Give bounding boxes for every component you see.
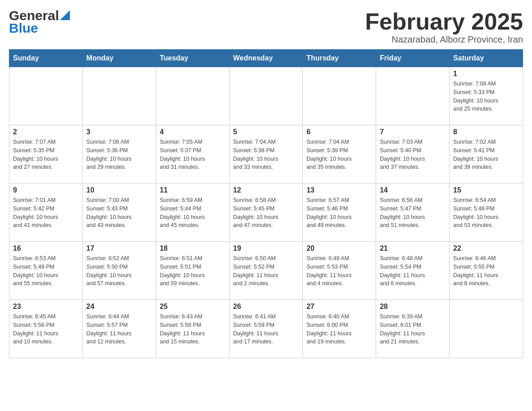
header-monday: Monday <box>82 50 156 67</box>
day-info: Sunrise: 6:41 AMSunset: 5:59 PMDaylight:… <box>233 313 299 346</box>
day-number: 7 <box>380 128 446 136</box>
calendar-cell-week1-day1 <box>9 67 83 125</box>
day-number: 1 <box>453 70 519 78</box>
day-info: Sunrise: 7:06 AMSunset: 5:36 PMDaylight:… <box>86 138 152 171</box>
day-number: 10 <box>86 186 152 194</box>
day-info: Sunrise: 7:02 AMSunset: 5:41 PMDaylight:… <box>453 138 519 171</box>
day-number: 15 <box>453 186 519 194</box>
calendar-cell-week3-day5: 13Sunrise: 6:57 AMSunset: 5:46 PMDayligh… <box>303 184 376 242</box>
day-info: Sunrise: 6:43 AMSunset: 5:58 PMDaylight:… <box>160 313 226 346</box>
calendar-cell-week5-day3: 25Sunrise: 6:43 AMSunset: 5:58 PMDayligh… <box>156 300 229 358</box>
calendar-cell-week1-day3 <box>156 67 229 125</box>
calendar-cell-week2-day4: 5Sunrise: 7:04 AMSunset: 5:38 PMDaylight… <box>229 125 303 184</box>
calendar-cell-week1-day4 <box>229 67 303 125</box>
calendar-cell-week2-day7: 8Sunrise: 7:02 AMSunset: 5:41 PMDaylight… <box>450 125 523 184</box>
day-number: 24 <box>86 303 152 311</box>
day-number: 20 <box>306 244 372 253</box>
logo-triangle-icon <box>60 10 70 20</box>
day-number: 27 <box>306 303 372 311</box>
day-info: Sunrise: 7:03 AMSunset: 5:40 PMDaylight:… <box>380 138 446 171</box>
day-number: 5 <box>233 128 299 136</box>
calendar-cell-week2-day6: 7Sunrise: 7:03 AMSunset: 5:40 PMDaylight… <box>376 125 450 184</box>
calendar-cell-week5-day4: 26Sunrise: 6:41 AMSunset: 5:59 PMDayligh… <box>229 300 303 358</box>
svg-marker-0 <box>60 10 70 20</box>
day-info: Sunrise: 6:46 AMSunset: 5:55 PMDaylight:… <box>453 254 519 288</box>
header-sunday: Sunday <box>9 50 83 67</box>
day-info: Sunrise: 6:57 AMSunset: 5:46 PMDaylight:… <box>306 196 372 230</box>
day-number: 13 <box>306 186 372 194</box>
day-info: Sunrise: 6:40 AMSunset: 6:00 PMDaylight:… <box>306 313 372 346</box>
day-info: Sunrise: 6:51 AMSunset: 5:51 PMDaylight:… <box>160 254 226 288</box>
day-info: Sunrise: 7:04 AMSunset: 5:39 PMDaylight:… <box>306 138 372 171</box>
day-number: 8 <box>453 128 519 136</box>
header-saturday: Saturday <box>450 50 523 67</box>
day-info: Sunrise: 6:54 AMSunset: 5:48 PMDaylight:… <box>453 196 519 230</box>
day-number: 25 <box>160 303 226 311</box>
calendar-header-row: Sunday Monday Tuesday Wednesday Thursday… <box>9 50 523 67</box>
calendar-cell-week3-day3: 11Sunrise: 6:59 AMSunset: 5:44 PMDayligh… <box>156 184 229 242</box>
calendar-cell-week2-day1: 2Sunrise: 7:07 AMSunset: 5:35 PMDaylight… <box>9 125 83 184</box>
calendar-cell-week3-day6: 14Sunrise: 6:56 AMSunset: 5:47 PMDayligh… <box>376 184 450 242</box>
calendar-cell-week4-day4: 19Sunrise: 6:50 AMSunset: 5:52 PMDayligh… <box>229 242 303 300</box>
calendar-cell-week3-day7: 15Sunrise: 6:54 AMSunset: 5:48 PMDayligh… <box>450 184 523 242</box>
day-info: Sunrise: 6:52 AMSunset: 5:50 PMDaylight:… <box>86 254 152 288</box>
day-number: 4 <box>160 128 226 136</box>
week-row-3: 9Sunrise: 7:01 AMSunset: 5:42 PMDaylight… <box>9 184 523 242</box>
day-info: Sunrise: 7:07 AMSunset: 5:35 PMDaylight:… <box>13 138 79 171</box>
calendar-cell-week5-day5: 27Sunrise: 6:40 AMSunset: 6:00 PMDayligh… <box>303 300 376 358</box>
calendar-table: Sunday Monday Tuesday Wednesday Thursday… <box>9 49 523 358</box>
calendar-cell-week1-day6 <box>376 67 450 125</box>
calendar-cell-week2-day3: 4Sunrise: 7:05 AMSunset: 5:37 PMDaylight… <box>156 125 229 184</box>
calendar-cell-week4-day5: 20Sunrise: 6:49 AMSunset: 5:53 PMDayligh… <box>303 242 376 300</box>
day-info: Sunrise: 6:49 AMSunset: 5:53 PMDaylight:… <box>306 254 372 288</box>
calendar-cell-week3-day1: 9Sunrise: 7:01 AMSunset: 5:42 PMDaylight… <box>9 184 83 242</box>
day-info: Sunrise: 6:39 AMSunset: 6:01 PMDaylight:… <box>380 313 446 346</box>
day-info: Sunrise: 7:01 AMSunset: 5:42 PMDaylight:… <box>13 196 79 230</box>
calendar-cell-week4-day7: 22Sunrise: 6:46 AMSunset: 5:55 PMDayligh… <box>450 242 523 300</box>
day-info: Sunrise: 6:59 AMSunset: 5:44 PMDaylight:… <box>160 196 226 230</box>
calendar-cell-week1-day7: 1Sunrise: 7:08 AMSunset: 5:33 PMDaylight… <box>450 67 523 125</box>
day-number: 22 <box>453 244 519 253</box>
title-block: February 2025 Nazarabad, Alborz Province… <box>365 9 523 45</box>
calendar-cell-week5-day7 <box>450 300 523 358</box>
day-info: Sunrise: 6:53 AMSunset: 5:49 PMDaylight:… <box>13 254 79 288</box>
calendar-cell-week2-day5: 6Sunrise: 7:04 AMSunset: 5:39 PMDaylight… <box>303 125 376 184</box>
logo-blue-text: Blue <box>9 21 38 36</box>
day-info: Sunrise: 7:05 AMSunset: 5:37 PMDaylight:… <box>160 138 226 171</box>
calendar-cell-week5-day2: 24Sunrise: 6:44 AMSunset: 5:57 PMDayligh… <box>82 300 156 358</box>
day-info: Sunrise: 6:45 AMSunset: 5:56 PMDaylight:… <box>13 313 79 346</box>
day-number: 9 <box>13 186 79 194</box>
calendar-cell-week2-day2: 3Sunrise: 7:06 AMSunset: 5:36 PMDaylight… <box>82 125 156 184</box>
calendar-cell-week4-day2: 17Sunrise: 6:52 AMSunset: 5:50 PMDayligh… <box>82 242 156 300</box>
day-number: 21 <box>380 244 446 253</box>
calendar-cell-week3-day2: 10Sunrise: 7:00 AMSunset: 5:43 PMDayligh… <box>82 184 156 242</box>
week-row-5: 23Sunrise: 6:45 AMSunset: 5:56 PMDayligh… <box>9 300 523 358</box>
day-info: Sunrise: 7:04 AMSunset: 5:38 PMDaylight:… <box>233 138 299 171</box>
day-info: Sunrise: 6:56 AMSunset: 5:47 PMDaylight:… <box>380 196 446 230</box>
day-number: 2 <box>13 128 79 136</box>
calendar-cell-week5-day1: 23Sunrise: 6:45 AMSunset: 5:56 PMDayligh… <box>9 300 83 358</box>
header-wednesday: Wednesday <box>229 50 303 67</box>
week-row-2: 2Sunrise: 7:07 AMSunset: 5:35 PMDaylight… <box>9 125 523 184</box>
header-thursday: Thursday <box>303 50 376 67</box>
day-number: 14 <box>380 186 446 194</box>
week-row-1: 1Sunrise: 7:08 AMSunset: 5:33 PMDaylight… <box>9 67 523 125</box>
day-number: 11 <box>160 186 226 194</box>
month-title: February 2025 <box>365 9 523 34</box>
day-info: Sunrise: 6:58 AMSunset: 5:45 PMDaylight:… <box>233 196 299 230</box>
day-number: 6 <box>306 128 372 136</box>
calendar-cell-week4-day3: 18Sunrise: 6:51 AMSunset: 5:51 PMDayligh… <box>156 242 229 300</box>
day-number: 23 <box>13 303 79 311</box>
day-number: 3 <box>86 128 152 136</box>
calendar-cell-week1-day5 <box>303 67 376 125</box>
day-number: 16 <box>13 244 79 253</box>
calendar-cell-week4-day6: 21Sunrise: 6:48 AMSunset: 5:54 PMDayligh… <box>376 242 450 300</box>
day-info: Sunrise: 6:48 AMSunset: 5:54 PMDaylight:… <box>380 254 446 288</box>
day-info: Sunrise: 6:50 AMSunset: 5:52 PMDaylight:… <box>233 254 299 288</box>
day-number: 28 <box>380 303 446 311</box>
header-tuesday: Tuesday <box>156 50 229 67</box>
location-text: Nazarabad, Alborz Province, Iran <box>365 34 523 45</box>
week-row-4: 16Sunrise: 6:53 AMSunset: 5:49 PMDayligh… <box>9 242 523 300</box>
day-info: Sunrise: 7:08 AMSunset: 5:33 PMDaylight:… <box>453 80 519 113</box>
day-number: 19 <box>233 244 299 253</box>
